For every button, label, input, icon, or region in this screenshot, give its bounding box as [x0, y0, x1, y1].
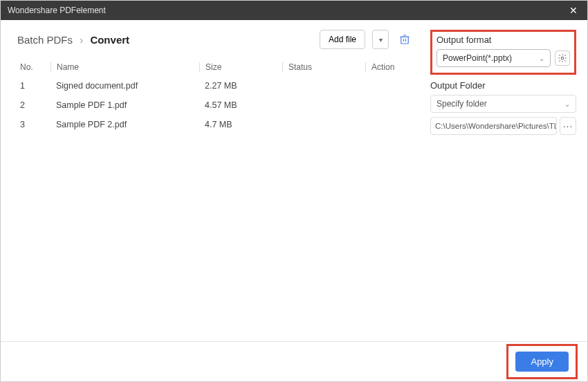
left-pane: Batch PDFs › Convert Add file ▾	[1, 20, 425, 341]
cell-size: 4.57 MB	[199, 100, 282, 110]
breadcrumb-root[interactable]: Batch PDFs	[17, 34, 73, 46]
svg-rect-0	[401, 37, 409, 44]
folder-mode-value: Specify folder	[437, 99, 487, 109]
table-header: No. Name Size Status Action	[17, 57, 414, 76]
breadcrumb-current: Convert	[90, 34, 129, 46]
footer: Apply	[1, 341, 587, 381]
output-folder-label: Output Folder	[430, 80, 576, 91]
output-format-value: PowerPoint(*.pptx)	[443, 53, 512, 63]
window-title: Wondershare PDFelement	[8, 6, 106, 15]
right-pane: Output format PowerPoint(*.pptx) ⌄	[425, 20, 587, 341]
close-icon[interactable]: ✕	[567, 5, 580, 16]
cell-no: 1	[17, 81, 50, 91]
cell-size: 4.7 MB	[199, 120, 282, 129]
chevron-down-icon: ▾	[379, 36, 383, 44]
output-format-row: PowerPoint(*.pptx) ⌄	[437, 49, 570, 67]
table-row[interactable]: 3 Sample PDF 2.pdf 4.7 MB	[17, 115, 414, 134]
cell-status	[282, 81, 365, 91]
cell-action	[365, 100, 414, 110]
folder-path-display: C:\Users\Wondershare\Pictures\TLDR T	[430, 117, 557, 135]
chevron-down-icon: ⌄	[539, 55, 544, 62]
cell-name: Signed document.pdf	[50, 81, 199, 91]
left-actions: Add file ▾	[320, 30, 414, 49]
gear-icon	[558, 53, 567, 63]
cell-action	[365, 81, 414, 91]
add-file-button[interactable]: Add file	[320, 30, 365, 49]
cell-status	[282, 100, 365, 110]
app-window: Wondershare PDFelement ✕ Batch PDFs › Co…	[0, 0, 588, 382]
breadcrumb: Batch PDFs › Convert	[17, 34, 129, 46]
browse-folder-button[interactable]: ···	[560, 117, 576, 135]
cell-action	[365, 120, 414, 129]
add-file-label: Add file	[329, 35, 356, 44]
chevron-down-icon: ⌄	[564, 100, 570, 108]
col-header-action: Action	[365, 62, 414, 72]
svg-point-1	[561, 57, 564, 60]
titlebar: Wondershare PDFelement ✕	[1, 1, 587, 20]
ellipsis-icon: ···	[563, 120, 573, 131]
col-header-size: Size	[199, 62, 282, 72]
add-file-dropdown-button[interactable]: ▾	[372, 30, 389, 49]
apply-highlight: Apply	[506, 344, 578, 379]
apply-label: Apply	[531, 356, 553, 367]
col-header-no: No.	[17, 62, 50, 72]
cell-name: Sample PDF 2.pdf	[50, 120, 199, 129]
left-header: Batch PDFs › Convert Add file ▾	[17, 30, 414, 49]
clear-list-icon[interactable]	[396, 30, 414, 48]
cell-status	[282, 120, 365, 129]
cell-no: 2	[17, 100, 50, 110]
cell-size: 2.27 MB	[199, 81, 282, 91]
col-header-status: Status	[282, 62, 365, 72]
table-body: 1 Signed document.pdf 2.27 MB 2 Sample P…	[17, 76, 414, 134]
col-header-name: Name	[50, 62, 199, 72]
cell-no: 3	[17, 120, 50, 129]
output-format-label: Output format	[437, 35, 570, 45]
table-row[interactable]: 1 Signed document.pdf 2.27 MB	[17, 76, 414, 96]
folder-mode-select[interactable]: Specify folder ⌄	[430, 95, 576, 113]
folder-path-row: C:\Users\Wondershare\Pictures\TLDR T ···	[430, 117, 576, 135]
content-area: Batch PDFs › Convert Add file ▾	[1, 20, 587, 381]
output-format-section: Output format PowerPoint(*.pptx) ⌄	[430, 30, 576, 75]
apply-button[interactable]: Apply	[515, 352, 569, 372]
upper-area: Batch PDFs › Convert Add file ▾	[1, 20, 587, 341]
output-format-select[interactable]: PowerPoint(*.pptx) ⌄	[437, 49, 551, 67]
cell-name: Sample PDF 1.pdf	[50, 100, 199, 110]
settings-button[interactable]	[555, 51, 570, 66]
chevron-right-icon: ›	[80, 34, 83, 46]
table-row[interactable]: 2 Sample PDF 1.pdf 4.57 MB	[17, 96, 414, 115]
